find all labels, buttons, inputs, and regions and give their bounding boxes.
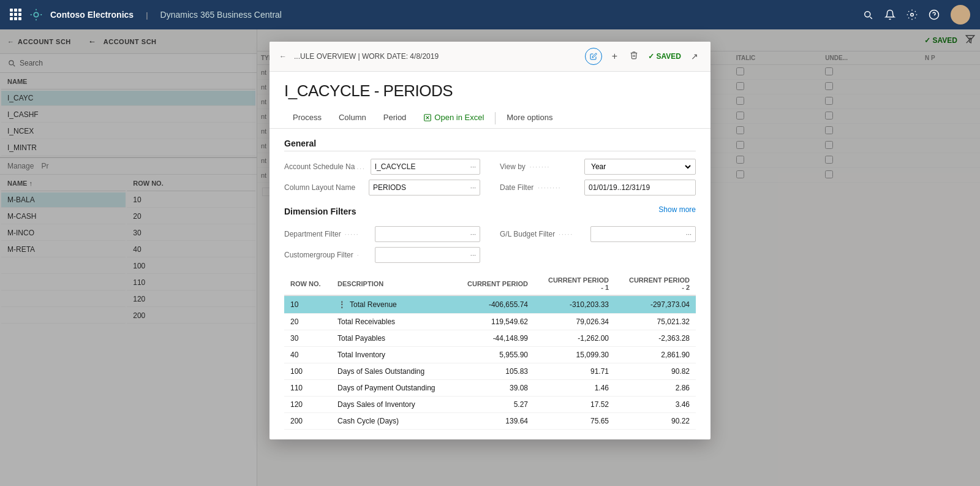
tab-excel-label: Open in Excel	[434, 113, 484, 122]
modal-edit-button[interactable]	[585, 48, 602, 65]
user-avatar[interactable]	[951, 5, 970, 25]
modal-back-button[interactable]: ←	[279, 52, 287, 61]
cell-current-period-2: 90.82	[615, 363, 696, 380]
cell-current-period-1: 1.46	[534, 380, 615, 397]
cell-row-no: 40	[284, 347, 331, 363]
form-fields-right: View by······· Year Quarter Month Week D…	[500, 159, 696, 196]
cell-row-no: 120	[284, 397, 331, 413]
cell-row-no: 100	[284, 363, 331, 380]
tab-divider	[495, 112, 496, 124]
cell-current-period: 105.83	[453, 363, 534, 380]
main-container: ← ACCOUNT SCH ← ACCOUNT SCH Search Name	[0, 29, 980, 486]
cell-current-period-1: 91.71	[534, 363, 615, 380]
cell-description: Total Receivables	[331, 314, 453, 330]
tab-period[interactable]: Period	[375, 108, 415, 128]
data-table-container: ROW NO. DESCRIPTION CURRENT PERIOD CURRE…	[284, 273, 696, 430]
top-nav-right	[862, 5, 970, 25]
label-date-filter: Date Filter········	[500, 183, 579, 192]
label-column-layout-name: Column Layout Name	[284, 183, 364, 192]
table-row[interactable]: 100 Days of Sales Outstanding 105.83 91.…	[284, 363, 696, 380]
cell-row-no: 200	[284, 413, 331, 430]
trash-icon	[630, 51, 638, 59]
tab-more-options[interactable]: More options	[498, 108, 561, 128]
tab-column[interactable]: Column	[330, 108, 375, 128]
form-field-account-schedule-name: Account Schedule Na... I_CACYCLE ···	[284, 159, 480, 175]
back-arrow-icon: ←	[279, 52, 287, 61]
cell-current-period: 39.08	[453, 380, 534, 397]
search-icon[interactable]	[862, 9, 873, 20]
row-menu-icon[interactable]: ⋮	[337, 300, 346, 309]
input-customergroup-filter[interactable]: ···	[375, 247, 480, 263]
modal-delete-button[interactable]	[627, 50, 641, 63]
cell-current-period-1: 15,099.30	[534, 347, 615, 363]
section-general-title: General	[284, 139, 696, 151]
col-header-current-period-2: CURRENT PERIOD- 2	[615, 273, 696, 295]
col-header-row-no: ROW NO.	[284, 273, 331, 295]
value-account-schedule-name: I_CACYCLE	[375, 162, 416, 171]
cell-current-period-1: 17.52	[534, 397, 615, 413]
table-row[interactable]: 40 Total Inventory 5,955.90 15,099.30 2,…	[284, 347, 696, 363]
cell-current-period: 119,549.62	[453, 314, 534, 330]
table-row[interactable]: 120 Days Sales of Inventory 5.27 17.52 3…	[284, 397, 696, 413]
modal-breadcrumb: ...ULE OVERVIEW | WORK DATE: 4/8/2019	[294, 52, 578, 61]
input-date-filter[interactable]: 01/01/19..12/31/19	[584, 180, 696, 196]
cell-row-no: 10	[284, 295, 331, 314]
grid-icon[interactable]	[10, 9, 22, 21]
label-customergroup-filter: Customergroup Filter·	[284, 251, 370, 259]
dim-grid: Department Filter····· ··· G/L Budget Fi…	[284, 226, 696, 263]
ellipsis-icon[interactable]: ···	[470, 163, 476, 170]
cell-current-period-2: 75,021.32	[615, 314, 696, 330]
cell-row-no: 110	[284, 380, 331, 397]
cell-current-period-2: 2,861.90	[615, 347, 696, 363]
table-row[interactable]: 200 Cash Cycle (Days) 139.64 75.65 90.22	[284, 413, 696, 430]
show-more-link[interactable]: Show more	[658, 205, 696, 214]
tab-open-excel[interactable]: Open in Excel	[415, 108, 492, 128]
label-gl-budget-filter: G/L Budget Filter·····	[500, 230, 586, 238]
cell-description: Days of Sales Outstanding	[331, 363, 453, 380]
input-gl-budget-filter[interactable]: ···	[590, 226, 696, 242]
help-icon[interactable]	[929, 9, 940, 20]
modal-title: I_CACYCLE - PERIODS	[284, 82, 696, 101]
table-row[interactable]: 20 Total Receivables 119,549.62 79,026.3…	[284, 314, 696, 330]
data-table: ROW NO. DESCRIPTION CURRENT PERIOD CURRE…	[284, 273, 696, 430]
cell-current-period-2: -297,373.04	[615, 295, 696, 314]
notification-icon[interactable]	[884, 9, 895, 20]
company-logo-icon	[29, 8, 43, 21]
value-column-layout-name: PERIODS	[373, 183, 406, 192]
modal-expand-button[interactable]: ↗	[688, 50, 701, 63]
col-header-description: DESCRIPTION	[331, 273, 453, 295]
modal-title-bar: I_CACYCLE - PERIODS	[270, 72, 710, 105]
tab-process[interactable]: Process	[284, 108, 330, 128]
cell-row-no: 30	[284, 330, 331, 347]
cell-current-period-1: 79,026.34	[534, 314, 615, 330]
cell-current-period-1: -1,262.00	[534, 330, 615, 347]
modal-toolbar: ← ...ULE OVERVIEW | WORK DATE: 4/8/2019 …	[270, 42, 710, 72]
svg-point-1	[911, 13, 914, 17]
cell-description: Total Payables	[331, 330, 453, 347]
modal-add-button[interactable]: +	[609, 50, 620, 63]
table-row[interactable]: 30 Total Payables -44,148.99 -1,262.00 -…	[284, 330, 696, 347]
ellipsis-icon-2[interactable]: ···	[470, 184, 476, 191]
top-nav: Contoso Electronics | Dynamics 365 Busin…	[0, 0, 980, 29]
form-field-department-filter: Department Filter····· ···	[284, 226, 480, 242]
cell-current-period-1: 75.65	[534, 413, 615, 430]
dimension-filters-section: Dimension Filters Show more Department F…	[284, 205, 696, 263]
cell-current-period: 5,955.90	[453, 347, 534, 363]
cell-current-period: -44,148.99	[453, 330, 534, 347]
modal-overlay: ← ...ULE OVERVIEW | WORK DATE: 4/8/2019 …	[0, 29, 980, 486]
input-column-layout-name[interactable]: PERIODS ···	[369, 180, 480, 196]
input-account-schedule-name[interactable]: I_CACYCLE ···	[371, 159, 480, 175]
form-field-gl-budget-filter: G/L Budget Filter····· ···	[500, 226, 696, 242]
input-department-filter[interactable]: ···	[375, 226, 480, 242]
table-row[interactable]: 110 Days of Payment Outstanding 39.08 1.…	[284, 380, 696, 397]
cell-current-period-2: -2,363.28	[615, 330, 696, 347]
cell-current-period-2: 2.86	[615, 380, 696, 397]
cell-description: ⋮ Total Revenue	[331, 295, 453, 314]
select-view-by[interactable]: Year Quarter Month Week Day	[589, 162, 693, 172]
cell-current-period-2: 3.46	[615, 397, 696, 413]
form-field-view-by: View by······· Year Quarter Month Week D…	[500, 159, 696, 175]
table-row[interactable]: 10 ⋮ Total Revenue -406,655.74 -310,203.…	[284, 295, 696, 314]
settings-icon[interactable]	[907, 9, 918, 20]
input-view-by[interactable]: Year Quarter Month Week Day	[584, 159, 696, 175]
cell-current-period: 139.64	[453, 413, 534, 430]
